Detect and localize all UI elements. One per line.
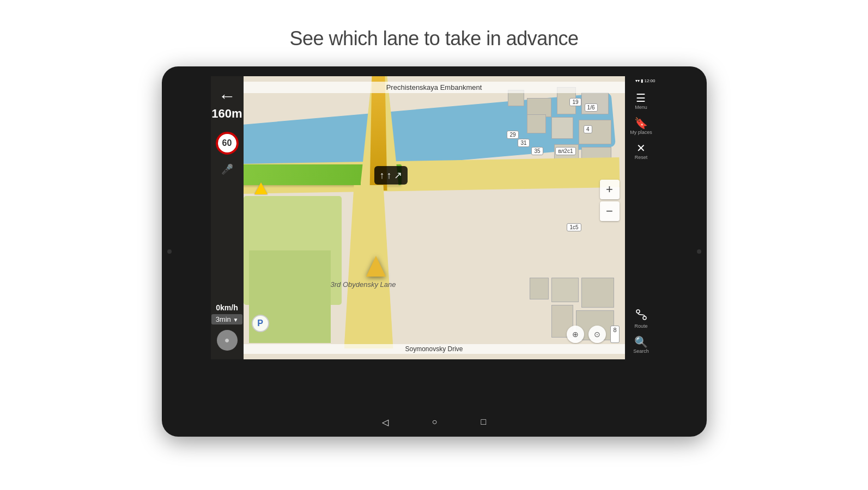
status-time: 12:00 xyxy=(644,78,655,83)
road-number-35: 35 xyxy=(531,147,543,155)
home-button[interactable]: ○ xyxy=(432,417,438,427)
tablet-device: ← 160m 60 🎤 0km/h 3min ▼ ● xyxy=(162,66,707,437)
street-label-3rd-obydensky: 3rd Obydensky Lane xyxy=(331,280,396,289)
my-places-label: My places xyxy=(630,130,652,135)
search-icon: 🔍 xyxy=(634,336,648,347)
speed-limit-sign: 60 xyxy=(216,132,239,155)
location-button[interactable]: ● xyxy=(217,330,238,351)
map-bottom-controls: ⊕ ⊙ 8 xyxy=(567,326,619,343)
svg-point-0 xyxy=(636,310,640,313)
current-speed: 0km/h xyxy=(216,303,238,312)
menu-icon: ☰ xyxy=(636,93,646,103)
road-number-1-6: 1/6 xyxy=(585,103,598,112)
lane-arrow-3: ↗ xyxy=(394,169,402,181)
warning-sign xyxy=(254,182,268,195)
zoom-in-button[interactable]: + xyxy=(600,180,620,199)
route-icon xyxy=(635,309,647,322)
lane-arrow-1: ↑ xyxy=(380,170,385,181)
eta-display[interactable]: 3min ▼ xyxy=(211,314,243,324)
map-view[interactable]: Prechistenskaya Embankment ↑ ↑ ↗ 29 35 xyxy=(244,76,625,359)
recent-apps-button[interactable]: □ xyxy=(481,417,487,427)
road-number-4: 4 xyxy=(584,125,592,133)
search-button[interactable]: 🔍 Search xyxy=(633,336,649,354)
battery-icon: ▮ xyxy=(641,78,643,83)
lane-indicator-bubble: ↑ ↑ ↗ xyxy=(374,166,408,185)
android-nav-bar: ◁ ○ □ xyxy=(211,414,658,430)
lane-arrow-2: ↑ xyxy=(387,170,392,181)
buildings-area xyxy=(494,82,614,169)
reset-label: Reset xyxy=(635,155,648,160)
location-center-button[interactable]: ⊙ xyxy=(588,326,606,343)
close-icon: ✕ xyxy=(636,143,646,154)
page-title: See which lane to take in advance xyxy=(290,27,579,50)
route-button[interactable]: Route xyxy=(634,309,647,329)
right-action-panel: ▾▾ ▮ 12:00 ☰ Menu 🔖 My places ✕ Res xyxy=(625,76,658,359)
road-number-19: 19 xyxy=(569,98,581,106)
road-number-vl2s1: вл2с1 xyxy=(555,147,575,155)
menu-label: Menu xyxy=(635,105,647,110)
microphone-icon[interactable]: 🎤 xyxy=(221,163,233,175)
road-number-29: 29 xyxy=(507,131,518,139)
car-position-arrow xyxy=(366,256,386,277)
distance-display: 160m xyxy=(211,107,242,121)
street-name-top: Prechistenskaya Embankment xyxy=(244,82,625,93)
reset-button[interactable]: ✕ Reset xyxy=(635,143,648,160)
right-camera xyxy=(697,249,701,254)
left-nav-panel: ← 160m 60 🎤 0km/h 3min ▼ ● xyxy=(211,76,244,359)
road-number-1s5: 1с5 xyxy=(567,223,581,231)
left-camera xyxy=(167,249,172,254)
menu-button[interactable]: ☰ Menu xyxy=(635,93,647,110)
route-label: Route xyxy=(634,323,647,329)
street-name-bottom: Soymonovsky Drive xyxy=(244,344,625,354)
search-label: Search xyxy=(633,348,649,354)
zoom-out-button[interactable]: − xyxy=(600,201,620,221)
compass-button[interactable]: ⊕ xyxy=(567,326,584,343)
bookmark-icon: 🔖 xyxy=(634,118,648,128)
road-number-31: 31 xyxy=(518,139,529,147)
svg-point-1 xyxy=(643,316,646,320)
back-button[interactable]: ◁ xyxy=(382,417,389,427)
road-number-8: 8 xyxy=(610,326,619,343)
tablet-screen: ← 160m 60 🎤 0km/h 3min ▼ ● xyxy=(211,76,658,359)
turn-arrow-icon: ← xyxy=(218,87,236,105)
wifi-icon: ▾▾ xyxy=(635,78,640,83)
parking-label: P xyxy=(252,315,269,332)
my-places-button[interactable]: 🔖 My places xyxy=(630,118,652,135)
status-bar: ▾▾ ▮ 12:00 xyxy=(625,76,658,85)
tablet-body: ← 160m 60 🎤 0km/h 3min ▼ ● xyxy=(162,66,707,437)
